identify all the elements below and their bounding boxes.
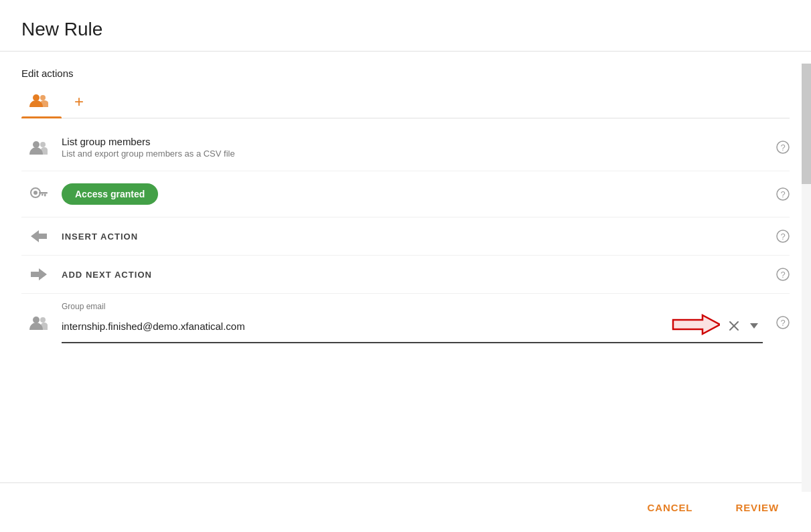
group-email-controls	[725, 317, 763, 335]
people-tab-icon	[29, 92, 48, 111]
arrow-left-icon	[21, 230, 56, 242]
page-title: New Rule	[21, 19, 790, 40]
svg-marker-25	[750, 323, 758, 329]
group-email-row: Group email internship.finished@demo.xfa…	[21, 294, 790, 349]
dropdown-email-button[interactable]	[745, 317, 763, 335]
svg-point-0	[33, 94, 40, 101]
svg-point-19	[33, 317, 40, 323]
insert-action-title: INSERT ACTION	[62, 232, 763, 242]
svg-point-7	[33, 191, 38, 195]
tab-group[interactable]	[21, 87, 62, 118]
page-container: New Rule Edit actions +	[0, 0, 811, 532]
list-group-members-title: List group members	[62, 136, 763, 147]
svg-rect-9	[44, 194, 46, 197]
content-area[interactable]: Edit actions +	[0, 52, 811, 482]
insert-action-content: INSERT ACTION	[56, 232, 763, 242]
group-email-value: internship.finished@demo.xfanatical.com	[62, 321, 664, 332]
page-header: New Rule	[0, 0, 811, 52]
list-group-members-help[interactable]: ?	[763, 141, 790, 154]
footer: CANCEL REVIEW	[0, 482, 811, 532]
svg-marker-13	[31, 230, 47, 242]
plus-tab-icon: +	[74, 92, 84, 111]
add-next-action-content: ADD NEXT ACTION	[56, 270, 763, 280]
clear-email-button[interactable]	[725, 317, 743, 335]
review-button[interactable]: REVIEW	[725, 494, 790, 521]
svg-rect-8	[39, 192, 48, 194]
svg-marker-16	[31, 268, 47, 280]
tabs-bar: +	[21, 87, 790, 118]
red-arrow-annotation	[672, 313, 720, 339]
svg-text:?: ?	[780, 270, 785, 280]
svg-text:?: ?	[780, 189, 785, 199]
add-next-action-title: ADD NEXT ACTION	[62, 270, 763, 280]
scrollbar-thumb[interactable]	[802, 64, 811, 184]
list-group-members-content: List group members List and export group…	[56, 136, 763, 159]
section-label: Edit actions	[21, 52, 790, 87]
list-group-members-row: List group members List and export group…	[21, 124, 790, 171]
group-email-help[interactable]: ?	[763, 316, 790, 329]
svg-point-1	[40, 95, 46, 100]
arrow-right-icon	[21, 268, 56, 280]
group-email-icon	[21, 315, 56, 330]
list-group-members-icon	[21, 140, 56, 155]
list-group-members-subtitle: List and export group members as a CSV f…	[62, 149, 763, 159]
group-email-label: Group email	[62, 302, 763, 311]
key-icon	[21, 187, 56, 201]
insert-action-help[interactable]: ?	[763, 230, 790, 243]
svg-marker-22	[673, 315, 720, 334]
add-next-action-help[interactable]: ?	[763, 268, 790, 281]
access-granted-content: Access granted	[56, 183, 763, 205]
svg-text:?: ?	[780, 232, 785, 242]
svg-point-20	[40, 317, 46, 323]
svg-point-3	[40, 142, 46, 147]
access-granted-badge[interactable]: Access granted	[62, 183, 158, 205]
svg-rect-10	[42, 194, 44, 196]
group-email-content: Group email internship.finished@demo.xfa…	[56, 302, 763, 343]
access-granted-row: Access granted ?	[21, 171, 790, 217]
tab-add[interactable]: +	[62, 87, 102, 118]
cancel-button[interactable]: CANCEL	[637, 494, 704, 521]
svg-point-2	[33, 141, 40, 148]
add-next-action-row: ADD NEXT ACTION ?	[21, 256, 790, 294]
group-email-value-row: internship.finished@demo.xfanatical.com	[62, 313, 763, 343]
insert-action-row: INSERT ACTION ?	[21, 217, 790, 256]
bottom-spacer	[21, 349, 790, 365]
access-granted-help[interactable]: ?	[763, 187, 790, 201]
svg-text:?: ?	[780, 318, 785, 328]
svg-text:?: ?	[780, 143, 785, 153]
scrollbar-track[interactable]	[802, 64, 811, 492]
